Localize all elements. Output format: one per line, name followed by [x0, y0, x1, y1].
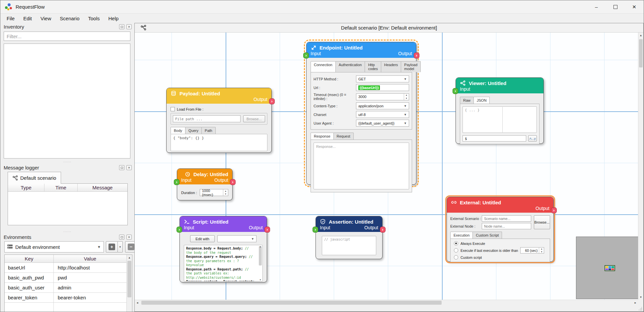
canvas-vertical-scrollbar[interactable]: ▲ ▼	[638, 33, 643, 300]
duration-spinner[interactable]: 1000 (msec) ▲▼	[200, 189, 228, 196]
tab-connection[interactable]: Connection	[311, 61, 336, 72]
maximize-button[interactable]	[606, 0, 625, 13]
edit-with-button[interactable]: Edit with	[190, 235, 215, 242]
input-connector[interactable]	[177, 227, 182, 233]
payload-body-editor[interactable]: { "body": {} }	[171, 134, 267, 151]
output-connector[interactable]	[551, 207, 557, 213]
node-payload[interactable]: Payload: Untitled Output Load From File …	[166, 88, 272, 153]
input-connector[interactable]	[313, 227, 318, 233]
load-from-file-checkbox[interactable]	[171, 107, 175, 111]
scroll-down-icon[interactable]: ▼	[258, 278, 262, 281]
menu-help[interactable]: Help	[104, 15, 123, 22]
browse-button[interactable]: Browse...	[534, 215, 550, 229]
env-row-empty[interactable]	[5, 303, 126, 312]
column-time[interactable]: Time	[44, 184, 78, 191]
file-path-input[interactable]	[173, 115, 241, 122]
close-button[interactable]: ✕	[625, 0, 644, 13]
spinner-arrows-icon[interactable]: ▲▼	[223, 189, 228, 196]
node-script[interactable]: Script: Untitled Input Output Edit with …	[179, 216, 267, 282]
always-execute-radio[interactable]	[454, 241, 458, 246]
jsonpath-input[interactable]	[463, 135, 526, 142]
spinner-arrows-icon[interactable]: ▲▼	[404, 94, 409, 100]
tab-authentication[interactable]: Authentication	[335, 61, 365, 72]
environments-float-button[interactable]	[119, 235, 124, 240]
splitter-handle[interactable]: ······	[0, 160, 134, 164]
external-node-input[interactable]	[482, 223, 531, 229]
scrollbar-thumb[interactable]	[259, 246, 262, 265]
spinner-arrows-icon[interactable]: ▲▼	[539, 248, 544, 253]
assertion-code-editor[interactable]: // javascript	[322, 236, 376, 255]
column-message[interactable]: Message	[78, 184, 127, 191]
input-connector[interactable]	[303, 52, 309, 58]
menu-tools[interactable]: Tools	[84, 15, 104, 22]
external-scenario-input[interactable]	[482, 215, 531, 222]
add-environment-button[interactable]: +	[106, 241, 118, 253]
minimap[interactable]	[576, 237, 638, 299]
add-environment-menu-button[interactable]: ▼	[117, 241, 123, 253]
tab-default-scenario[interactable]: Default scenario	[8, 172, 61, 184]
script-code-lines[interactable]: ▲ ▼ Response.body = Request.body; // the…	[184, 245, 263, 281]
charset-select[interactable]: utf-8▼	[356, 111, 409, 118]
minimap-viewport[interactable]	[605, 265, 615, 271]
timeout-spinner[interactable]: 3000▲▼	[356, 93, 409, 100]
json-tree-pane[interactable]: { ... }	[463, 106, 502, 133]
scroll-up-icon[interactable]: ▲	[127, 255, 132, 260]
output-connector[interactable]	[230, 179, 236, 185]
url-input[interactable]: {{baseUrl}}	[356, 84, 409, 91]
tab-json[interactable]: JSON	[473, 97, 490, 104]
tab-request[interactable]: Request	[333, 133, 354, 140]
tab-headers[interactable]: Headers	[381, 61, 401, 72]
env-row[interactable]: bearer_tokenbearer-token	[5, 293, 126, 303]
scroll-down-icon[interactable]: ▼	[638, 294, 643, 300]
node-assertion[interactable]: Assertion: Untitled Input Output // java…	[316, 216, 383, 259]
node-external[interactable]: External: Untitled Output External Scena…	[447, 197, 554, 262]
interval-spinner[interactable]: 60 (sec) ▲▼	[520, 247, 544, 254]
menu-file[interactable]: File	[2, 15, 19, 22]
inventory-list[interactable]	[4, 44, 130, 158]
scrollbar-thumb[interactable]	[141, 301, 442, 305]
input-connector[interactable]	[453, 88, 458, 94]
node-delay[interactable]: Delay: Untitled Input Output Duration : …	[177, 168, 233, 200]
tab-payload-model[interactable]: Payload model	[401, 61, 421, 72]
browse-button[interactable]: Browse...	[243, 115, 265, 122]
tab-raw[interactable]: Raw	[460, 97, 474, 104]
env-row[interactable]: basic_auth_pwdpwd	[5, 273, 126, 283]
editor-select[interactable]: ▼	[217, 235, 256, 242]
inventory-float-button[interactable]	[119, 24, 124, 29]
tab-custom-script[interactable]: Custom Script	[472, 232, 502, 239]
inventory-filter-input[interactable]	[4, 32, 130, 41]
column-value[interactable]: Value	[54, 255, 126, 262]
scrollbar-thumb[interactable]	[127, 261, 131, 297]
execute-if-older-radio[interactable]	[454, 248, 458, 253]
canvas-grid[interactable]: Payload: Untitled Output Load From File …	[135, 33, 638, 300]
scroll-right-icon[interactable]: ►	[633, 300, 638, 305]
output-connector[interactable]	[380, 227, 386, 233]
output-connector[interactable]	[264, 227, 270, 233]
environments-close-button[interactable]: ✕	[126, 235, 132, 240]
menu-edit[interactable]: Edit	[19, 15, 36, 22]
input-connector[interactable]	[174, 179, 179, 185]
column-type[interactable]: Type	[8, 184, 44, 191]
tab-body[interactable]: Body	[171, 127, 185, 134]
tab-query[interactable]: Query	[185, 127, 202, 134]
env-row[interactable]: baseUrlhttp://localhost	[5, 263, 126, 273]
message-logger-float-button[interactable]	[119, 165, 124, 170]
node-viewer[interactable]: Viewer: Untitled Input Raw JSON { ... }	[456, 77, 544, 144]
custom-script-radio[interactable]	[454, 255, 458, 260]
json-value-pane[interactable]	[502, 106, 537, 133]
menu-view[interactable]: View	[36, 15, 55, 22]
tab-http-codes[interactable]: Http codes	[365, 61, 381, 72]
menu-scenario[interactable]: Scenario	[55, 15, 84, 22]
canvas-horizontal-scrollbar[interactable]: ◄ ►	[135, 300, 638, 305]
content-type-select[interactable]: application/json▼	[356, 102, 409, 109]
inventory-close-button[interactable]: ✕	[126, 24, 132, 29]
tab-path[interactable]: Path	[201, 127, 216, 134]
minimize-button[interactable]: –	[587, 0, 606, 13]
scroll-left-icon[interactable]: ◄	[135, 300, 140, 305]
column-key[interactable]: Key	[5, 255, 54, 262]
tab-execution[interactable]: Execution	[450, 232, 473, 239]
node-endpoint[interactable]: Endpoint: Untitled Input Output Connecti…	[306, 42, 416, 185]
scrollbar-thumb[interactable]	[639, 39, 643, 67]
scroll-up-icon[interactable]: ▲	[638, 33, 643, 38]
response-viewer[interactable]: Response...	[314, 143, 409, 189]
